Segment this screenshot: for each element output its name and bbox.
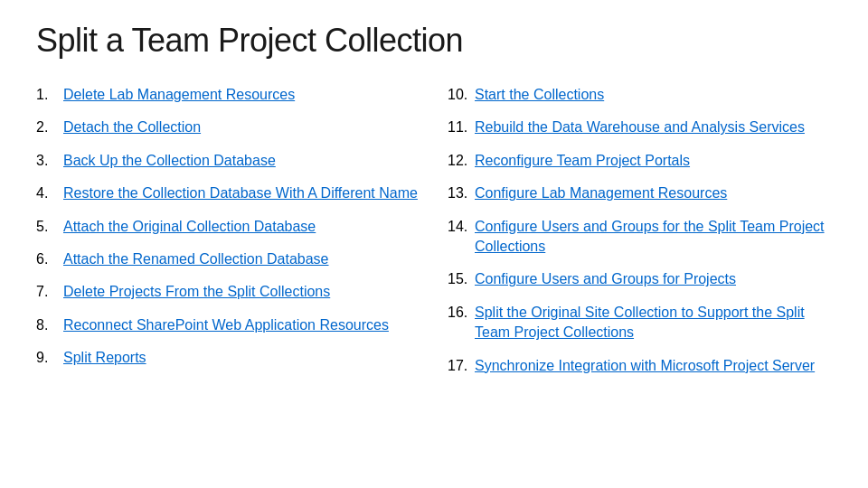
item-link-10[interactable]: Start the Collections <box>475 85 604 105</box>
content-area: 1.Delete Lab Management Resources2.Detac… <box>36 85 832 389</box>
item-link-1[interactable]: Delete Lab Management Resources <box>63 85 295 105</box>
list-item: 12.Reconfigure Team Project Portals <box>448 151 832 171</box>
item-link-9[interactable]: Split Reports <box>63 348 146 368</box>
item-number: 2. <box>36 117 63 137</box>
list-item: 15.Configure Users and Groups for Projec… <box>448 269 832 289</box>
page-title: Split a Team Project Collection <box>36 22 832 60</box>
item-link-14[interactable]: Configure Users and Groups for the Split… <box>475 217 832 258</box>
list-item: 13.Configure Lab Management Resources <box>448 183 832 203</box>
item-link-5[interactable]: Attach the Original Collection Database <box>63 217 316 237</box>
list-item: 16.Split the Original Site Collection to… <box>448 303 832 343</box>
item-link-2[interactable]: Detach the Collection <box>63 117 201 137</box>
item-number: 7. <box>36 282 63 302</box>
item-link-12[interactable]: Reconfigure Team Project Portals <box>475 151 690 171</box>
list-item: 14.Configure Users and Groups for the Sp… <box>448 217 832 258</box>
item-link-7[interactable]: Delete Projects From the Split Collectio… <box>63 282 330 302</box>
item-number: 15. <box>448 269 475 289</box>
list-item: 9.Split Reports <box>36 348 420 368</box>
item-number: 11. <box>448 117 475 137</box>
item-link-3[interactable]: Back Up the Collection Database <box>63 151 276 171</box>
item-number: 8. <box>36 315 63 335</box>
list-item: 6.Attach the Renamed Collection Database <box>36 249 420 269</box>
item-link-11[interactable]: Rebuild the Data Warehouse and Analysis … <box>475 117 805 137</box>
item-number: 1. <box>36 85 63 105</box>
right-column: 10.Start the Collections11.Rebuild the D… <box>448 85 832 389</box>
list-item: 8.Reconnect SharePoint Web Application R… <box>36 315 420 335</box>
item-number: 10. <box>448 85 475 105</box>
item-link-15[interactable]: Configure Users and Groups for Projects <box>475 269 736 289</box>
item-number: 17. <box>448 356 475 376</box>
list-item: 3.Back Up the Collection Database <box>36 151 420 171</box>
item-number: 13. <box>448 183 475 203</box>
item-number: 9. <box>36 348 63 368</box>
item-number: 4. <box>36 183 63 203</box>
item-number: 3. <box>36 151 63 171</box>
list-item: 2.Detach the Collection <box>36 117 420 137</box>
item-number: 12. <box>448 151 475 171</box>
list-item: 17.Synchronize Integration with Microsof… <box>448 356 832 376</box>
item-link-8[interactable]: Reconnect SharePoint Web Application Res… <box>63 315 389 335</box>
item-number: 16. <box>448 303 475 323</box>
list-item: 1.Delete Lab Management Resources <box>36 85 420 105</box>
list-item: 11.Rebuild the Data Warehouse and Analys… <box>448 117 832 137</box>
list-item: 7.Delete Projects From the Split Collect… <box>36 282 420 302</box>
item-number: 14. <box>448 217 475 237</box>
list-item: 10.Start the Collections <box>448 85 832 105</box>
item-link-16[interactable]: Split the Original Site Collection to Su… <box>475 303 832 343</box>
item-link-17[interactable]: Synchronize Integration with Microsoft P… <box>475 356 815 376</box>
left-column: 1.Delete Lab Management Resources2.Detac… <box>36 85 448 389</box>
item-link-4[interactable]: Restore the Collection Database With A D… <box>63 183 418 203</box>
item-link-6[interactable]: Attach the Renamed Collection Database <box>63 249 329 269</box>
list-item: 5.Attach the Original Collection Databas… <box>36 217 420 237</box>
item-number: 6. <box>36 249 63 269</box>
item-number: 5. <box>36 217 63 237</box>
item-link-13[interactable]: Configure Lab Management Resources <box>475 183 727 203</box>
list-item: 4.Restore the Collection Database With A… <box>36 183 420 203</box>
